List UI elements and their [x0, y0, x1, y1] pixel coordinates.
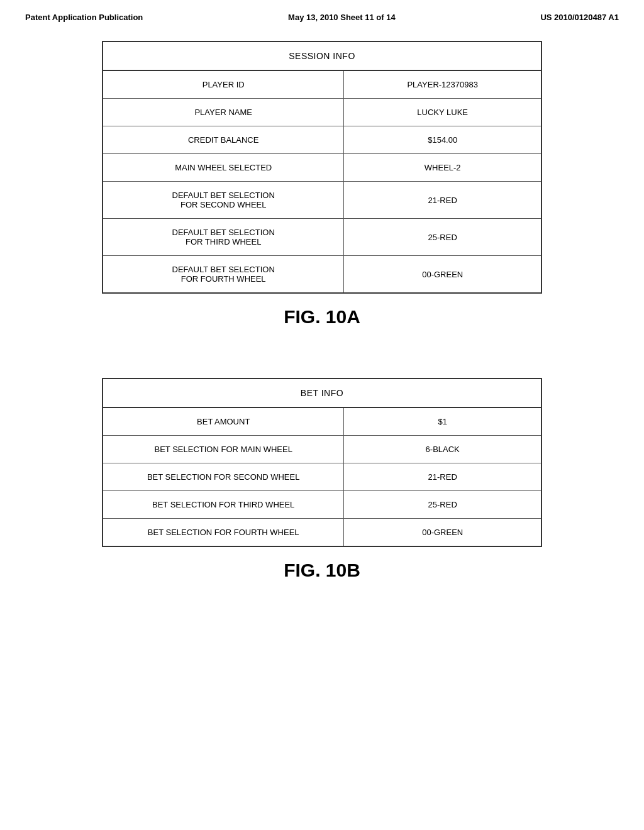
bet-row-value-3: 25-RED [344, 491, 541, 519]
table-row: BET SELECTION FOR SECOND WHEEL21-RED [103, 463, 541, 491]
session-row-value-6: 00-GREEN [344, 256, 541, 294]
session-row-label-1: PLAYER NAME [103, 99, 344, 126]
figure-10a-caption: FIG. 10A [102, 306, 542, 328]
table-row: DEFAULT BET SELECTIONFOR SECOND WHEEL21-… [103, 182, 541, 219]
header-middle: May 13, 2010 Sheet 11 of 14 [288, 13, 396, 22]
table-row: CREDIT BALANCE$154.00 [103, 126, 541, 154]
session-info-table: SESSION INFO PLAYER IDPLAYER-12370983PLA… [102, 41, 542, 294]
bet-row-value-4: 00-GREEN [344, 519, 541, 547]
session-row-label-0: PLAYER ID [103, 70, 344, 99]
table-row: DEFAULT BET SELECTIONFOR FOURTH WHEEL00-… [103, 256, 541, 294]
session-row-value-0: PLAYER-12370983 [344, 70, 541, 99]
table-row: BET SELECTION FOR FOURTH WHEEL00-GREEN [103, 519, 541, 547]
table-row: BET AMOUNT$1 [103, 407, 541, 436]
bet-info-table: BET INFO BET AMOUNT$1BET SELECTION FOR M… [102, 378, 542, 547]
table-row: BET SELECTION FOR THIRD WHEEL25-RED [103, 491, 541, 519]
table-row: BET SELECTION FOR MAIN WHEEL6-BLACK [103, 436, 541, 463]
table-row: DEFAULT BET SELECTIONFOR THIRD WHEEL25-R… [103, 219, 541, 256]
bet-row-label-2: BET SELECTION FOR SECOND WHEEL [103, 463, 344, 491]
bet-row-value-0: $1 [344, 407, 541, 436]
table-row: PLAYER NAMELUCKY LUKE [103, 99, 541, 126]
figure-10b-container: BET INFO BET AMOUNT$1BET SELECTION FOR M… [102, 378, 542, 581]
bet-table-title: BET INFO [103, 379, 541, 407]
session-row-value-3: WHEEL-2 [344, 154, 541, 182]
bet-row-value-1: 6-BLACK [344, 436, 541, 463]
table-row: MAIN WHEEL SELECTEDWHEEL-2 [103, 154, 541, 182]
figure-10a-container: SESSION INFO PLAYER IDPLAYER-12370983PLA… [102, 41, 542, 328]
session-row-label-6: DEFAULT BET SELECTIONFOR FOURTH WHEEL [103, 256, 344, 294]
bet-row-label-0: BET AMOUNT [103, 407, 344, 436]
session-row-value-2: $154.00 [344, 126, 541, 154]
session-row-value-5: 25-RED [344, 219, 541, 256]
session-row-label-3: MAIN WHEEL SELECTED [103, 154, 344, 182]
bet-row-label-1: BET SELECTION FOR MAIN WHEEL [103, 436, 344, 463]
session-table-title: SESSION INFO [103, 42, 541, 70]
table-row: PLAYER IDPLAYER-12370983 [103, 70, 541, 99]
bet-row-label-4: BET SELECTION FOR FOURTH WHEEL [103, 519, 344, 547]
header-left: Patent Application Publication [25, 13, 143, 22]
session-row-value-1: LUCKY LUKE [344, 99, 541, 126]
session-row-label-5: DEFAULT BET SELECTIONFOR THIRD WHEEL [103, 219, 344, 256]
page-header: Patent Application Publication May 13, 2… [25, 13, 619, 22]
page: Patent Application Publication May 13, 2… [0, 0, 644, 830]
session-row-value-4: 21-RED [344, 182, 541, 219]
session-row-label-4: DEFAULT BET SELECTIONFOR SECOND WHEEL [103, 182, 344, 219]
bet-row-value-2: 21-RED [344, 463, 541, 491]
figure-10b-caption: FIG. 10B [102, 560, 542, 581]
header-right: US 2010/0120487 A1 [540, 13, 619, 22]
session-row-label-2: CREDIT BALANCE [103, 126, 344, 154]
bet-row-label-3: BET SELECTION FOR THIRD WHEEL [103, 491, 344, 519]
